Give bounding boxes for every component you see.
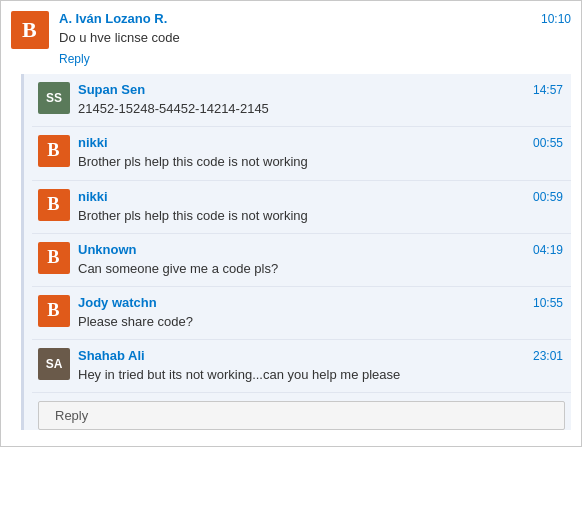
reply-body: nikki 00:59 Brother pls help this code i… bbox=[78, 189, 563, 225]
reply-header: nikki 00:55 bbox=[78, 135, 563, 150]
reply-header: Supan Sen 14:57 bbox=[78, 82, 563, 97]
top-comment: B A. Iván Lozano R. 10:10 Do u hve licns… bbox=[11, 11, 571, 74]
reply-timestamp: 23:01 bbox=[533, 349, 563, 363]
reply-avatar-supan: SS bbox=[38, 82, 70, 114]
reply-avatar-nikki2: B bbox=[38, 189, 70, 221]
reply-author[interactable]: nikki bbox=[78, 135, 108, 150]
top-comment-avatar: B bbox=[11, 11, 49, 49]
top-comment-header: A. Iván Lozano R. 10:10 bbox=[59, 11, 571, 26]
replies-container: SS Supan Sen 14:57 21452-15248-54452-142… bbox=[21, 74, 571, 430]
reply-body: Shahab Ali 23:01 Hey in tried but its no… bbox=[78, 348, 563, 384]
reply-item: B nikki 00:59 Brother pls help this code… bbox=[32, 181, 571, 234]
svg-text:B: B bbox=[47, 248, 59, 267]
reply-header: nikki 00:59 bbox=[78, 189, 563, 204]
reply-author[interactable]: Shahab Ali bbox=[78, 348, 145, 363]
reply-text: Can someone give me a code pls? bbox=[78, 260, 563, 278]
top-comment-timestamp: 10:10 bbox=[541, 12, 571, 26]
reply-body: Unknown 04:19 Can someone give me a code… bbox=[78, 242, 563, 278]
blogger-icon: B bbox=[38, 189, 70, 221]
reply-timestamp: 04:19 bbox=[533, 243, 563, 257]
reply-avatar-shahab: SA bbox=[38, 348, 70, 380]
reply-body: Supan Sen 14:57 21452-15248-54452-14214-… bbox=[78, 82, 563, 118]
reply-text: Hey in tried but its not working...can y… bbox=[78, 366, 563, 384]
reply-author[interactable]: Supan Sen bbox=[78, 82, 145, 97]
reply-text: Brother pls help this code is not workin… bbox=[78, 207, 563, 225]
reply-item: B nikki 00:55 Brother pls help this code… bbox=[32, 127, 571, 180]
reply-timestamp: 00:55 bbox=[533, 136, 563, 150]
reply-item: SA Shahab Ali 23:01 Hey in tried but its… bbox=[32, 340, 571, 393]
reply-header: Unknown 04:19 bbox=[78, 242, 563, 257]
reply-author[interactable]: Jody watchn bbox=[78, 295, 157, 310]
blogger-icon: B bbox=[38, 135, 70, 167]
reply-avatar-nikki1: B bbox=[38, 135, 70, 167]
reply-text: Brother pls help this code is not workin… bbox=[78, 153, 563, 171]
reply-text: Please share code? bbox=[78, 313, 563, 331]
svg-text:B: B bbox=[47, 141, 59, 160]
reply-author[interactable]: Unknown bbox=[78, 242, 137, 257]
top-reply-link[interactable]: Reply bbox=[59, 52, 90, 66]
reply-header: Shahab Ali 23:01 bbox=[78, 348, 563, 363]
reply-avatar-unknown: B bbox=[38, 242, 70, 274]
reply-item: SS Supan Sen 14:57 21452-15248-54452-142… bbox=[32, 74, 571, 127]
svg-text:B: B bbox=[22, 18, 37, 42]
svg-text:B: B bbox=[47, 301, 59, 320]
reply-timestamp: 00:59 bbox=[533, 190, 563, 204]
blogger-icon: B bbox=[38, 295, 70, 327]
bottom-reply-button[interactable]: Reply bbox=[38, 401, 565, 430]
reply-header: Jody watchn 10:55 bbox=[78, 295, 563, 310]
svg-text:B: B bbox=[47, 195, 59, 214]
comment-thread: B A. Iván Lozano R. 10:10 Do u hve licns… bbox=[0, 0, 582, 447]
reply-text: 21452-15248-54452-14214-2145 bbox=[78, 100, 563, 118]
blogger-icon: B bbox=[11, 11, 49, 49]
top-comment-text: Do u hve licnse code bbox=[59, 29, 571, 47]
blogger-icon: B bbox=[38, 242, 70, 274]
top-comment-body: A. Iván Lozano R. 10:10 Do u hve licnse … bbox=[59, 11, 571, 66]
reply-body: Jody watchn 10:55 Please share code? bbox=[78, 295, 563, 331]
reply-timestamp: 10:55 bbox=[533, 296, 563, 310]
reply-body: nikki 00:55 Brother pls help this code i… bbox=[78, 135, 563, 171]
reply-author[interactable]: nikki bbox=[78, 189, 108, 204]
reply-avatar-jody: B bbox=[38, 295, 70, 327]
reply-timestamp: 14:57 bbox=[533, 83, 563, 97]
top-comment-author[interactable]: A. Iván Lozano R. bbox=[59, 11, 167, 26]
reply-item: B Jody watchn 10:55 Please share code? bbox=[32, 287, 571, 340]
reply-item: B Unknown 04:19 Can someone give me a co… bbox=[32, 234, 571, 287]
